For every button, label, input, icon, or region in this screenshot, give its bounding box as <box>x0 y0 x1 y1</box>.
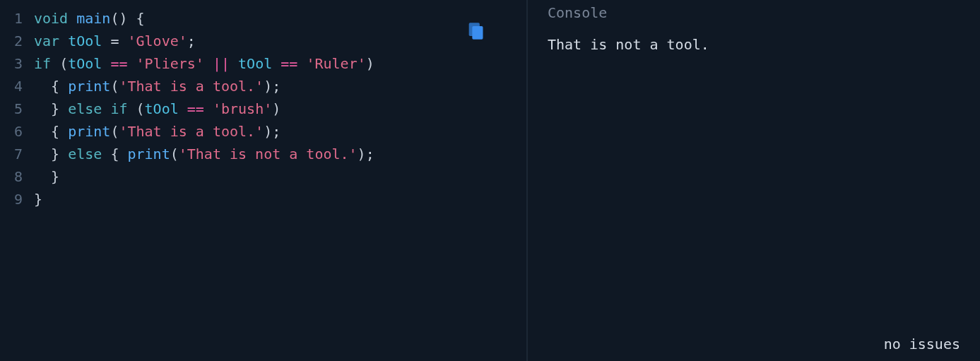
line-number: 3 <box>0 52 30 75</box>
editor-pane[interactable]: 123456789 void main() {var tOol = 'Glove… <box>0 0 526 361</box>
code-area[interactable]: void main() {var tOol = 'Glove';if (tOol… <box>34 7 374 211</box>
console-output: That is not a tool. <box>548 34 964 55</box>
code-line[interactable]: } else { print('That is not a tool.'); <box>34 143 374 165</box>
line-number: 6 <box>0 120 30 143</box>
svg-rect-1 <box>472 26 483 40</box>
line-number: 8 <box>0 165 30 188</box>
console-pane: Console That is not a tool. no issues <box>528 0 980 361</box>
line-number: 2 <box>0 30 30 52</box>
issues-status: no issues <box>884 336 960 353</box>
line-number-gutter: 123456789 <box>0 7 30 211</box>
code-line[interactable]: } <box>34 188 374 211</box>
line-number: 9 <box>0 188 30 211</box>
line-number: 5 <box>0 97 30 120</box>
code-line[interactable]: { print('That is a tool.'); <box>34 75 374 97</box>
copy-button[interactable] <box>466 21 485 41</box>
copy-icon <box>466 21 485 41</box>
code-line[interactable]: } <box>34 165 374 188</box>
code-line[interactable]: if (tOol == 'Pliers' || tOol == 'Ruler') <box>34 52 374 75</box>
code-line[interactable]: void main() { <box>34 7 374 30</box>
code-line[interactable]: var tOol = 'Glove'; <box>34 30 374 52</box>
code-line[interactable]: { print('That is a tool.'); <box>34 120 374 143</box>
line-number: 7 <box>0 143 30 165</box>
line-number: 4 <box>0 75 30 97</box>
code-line[interactable]: } else if (tOol == 'brush') <box>34 97 374 120</box>
line-number: 1 <box>0 7 30 30</box>
console-title: Console <box>548 4 964 21</box>
